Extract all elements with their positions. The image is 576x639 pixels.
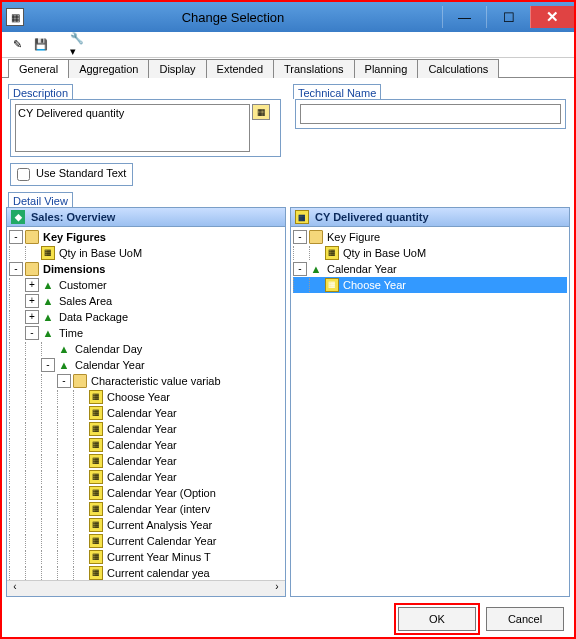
tree-expander[interactable]: -: [41, 358, 55, 372]
tree-node[interactable]: +▲Sales Area: [9, 293, 283, 309]
tree-node[interactable]: ▦Calendar Year: [9, 469, 283, 485]
green-icon: ▲: [41, 294, 55, 308]
tree-node[interactable]: ▦Qty in Base UoM: [293, 245, 567, 261]
tools-dropdown-icon[interactable]: 🔧▾: [70, 36, 88, 54]
left-tree[interactable]: -Key Figures▦Qty in Base UoM-Dimensions+…: [7, 227, 285, 580]
tree-node[interactable]: ▦Current Analysis Year: [9, 517, 283, 533]
tree-expander[interactable]: -: [25, 326, 39, 340]
minimize-button[interactable]: —: [442, 6, 486, 28]
ok-button[interactable]: OK: [398, 607, 476, 631]
tree-expander[interactable]: +: [25, 278, 39, 292]
technical-name-label: Technical Name: [293, 84, 381, 99]
tree-node[interactable]: -▲Calendar Year: [9, 357, 283, 373]
yellow-icon: ▦: [89, 390, 103, 404]
yellow-icon: ▦: [325, 278, 339, 292]
tree-node[interactable]: ▦Calendar Year: [9, 405, 283, 421]
green-icon: ▲: [309, 262, 323, 276]
tree-label: Qty in Base UoM: [341, 245, 428, 261]
description-label: Description: [8, 84, 73, 99]
tree-label: Current calendar yea: [105, 565, 212, 580]
green-icon: ▲: [57, 342, 71, 356]
yellow-icon: ▦: [89, 438, 103, 452]
toolbar: ✎ 💾 🔧▾: [2, 32, 574, 58]
right-panel: ▦ CY Delivered quantity -Key Figure▦Qty …: [290, 207, 570, 597]
tab-general[interactable]: General: [8, 59, 69, 78]
tab-aggregation[interactable]: Aggregation: [68, 59, 149, 78]
tree-label: Customer: [57, 277, 109, 293]
tree-node[interactable]: -Key Figure: [293, 229, 567, 245]
tree-node[interactable]: ▦Qty in Base UoM: [9, 245, 283, 261]
tab-calculations[interactable]: Calculations: [417, 59, 499, 78]
tree-expander[interactable]: -: [9, 262, 23, 276]
tree-label: Calendar Year: [73, 357, 147, 373]
cube-icon: ◆: [11, 210, 25, 224]
tree-label: Calendar Year: [105, 453, 179, 469]
tree-label: Data Package: [57, 309, 130, 325]
cancel-button[interactable]: Cancel: [486, 607, 564, 631]
tab-translations[interactable]: Translations: [273, 59, 355, 78]
tab-planning[interactable]: Planning: [354, 59, 419, 78]
tree-node[interactable]: +▲Data Package: [9, 309, 283, 325]
titlebar: ▦ Change Selection — ☐ ✕: [2, 2, 574, 32]
tree-node[interactable]: -▲Time: [9, 325, 283, 341]
tree-label: Dimensions: [41, 261, 107, 277]
yellow-icon: ▦: [89, 454, 103, 468]
tree-label: Calendar Year (Option: [105, 485, 218, 501]
tree-label: Calendar Year: [105, 437, 179, 453]
tab-display[interactable]: Display: [148, 59, 206, 78]
yellow-icon: ▦: [89, 502, 103, 516]
technical-name-input[interactable]: [300, 104, 561, 124]
tree-node[interactable]: ▦Choose Year: [9, 389, 283, 405]
tree-node[interactable]: ▦Current Calendar Year: [9, 533, 283, 549]
tree-label: Time: [57, 325, 85, 341]
tree-node[interactable]: ▦Current Year Minus T: [9, 549, 283, 565]
yellow-icon: ▦: [325, 246, 339, 260]
green-icon: ▲: [41, 310, 55, 324]
tree-label: Characteristic value variab: [89, 373, 223, 389]
tree-node[interactable]: ▦Calendar Year: [9, 421, 283, 437]
tree-label: Sales Area: [57, 293, 114, 309]
tree-expander[interactable]: -: [293, 230, 307, 244]
tree-node[interactable]: ▦Calendar Year: [9, 437, 283, 453]
tree-expander[interactable]: -: [57, 374, 71, 388]
tree-node[interactable]: -Key Figures: [9, 229, 283, 245]
edit-icon[interactable]: ✎: [8, 36, 26, 54]
tree-node[interactable]: ▦Calendar Year: [9, 453, 283, 469]
window-title: Change Selection: [24, 10, 442, 25]
folder-icon: [25, 262, 39, 276]
use-standard-text-input[interactable]: [17, 168, 30, 181]
tree-node[interactable]: -Dimensions: [9, 261, 283, 277]
tree-node[interactable]: -Characteristic value variab: [9, 373, 283, 389]
maximize-button[interactable]: ☐: [486, 6, 530, 28]
tree-node[interactable]: ▦Choose Year: [293, 277, 567, 293]
left-panel: ◆ Sales: Overview -Key Figures▦Qty in Ba…: [6, 207, 286, 597]
tree-node[interactable]: ▲Calendar Day: [9, 341, 283, 357]
tree-expander[interactable]: -: [293, 262, 307, 276]
tab-extended[interactable]: Extended: [206, 59, 274, 78]
desc-helper-button[interactable]: ▦: [252, 104, 270, 120]
description-textarea[interactable]: [15, 104, 250, 152]
tree-node[interactable]: ▦Current calendar yea: [9, 565, 283, 580]
green-icon: ▲: [41, 326, 55, 340]
tree-expander[interactable]: +: [25, 294, 39, 308]
use-standard-text-checkbox[interactable]: Use Standard Text: [10, 163, 133, 186]
tree-node[interactable]: ▦Calendar Year (Option: [9, 485, 283, 501]
tree-node[interactable]: -▲Calendar Year: [293, 261, 567, 277]
close-button[interactable]: ✕: [530, 6, 574, 28]
tab-strip: GeneralAggregationDisplayExtendedTransla…: [2, 58, 574, 78]
tree-label: Current Calendar Year: [105, 533, 218, 549]
yellow-icon: ▦: [89, 470, 103, 484]
tree-label: Calendar Year: [105, 469, 179, 485]
yellow-icon: ▦: [89, 406, 103, 420]
yellow-icon: ▦: [41, 246, 55, 260]
save-icon[interactable]: 💾: [32, 36, 50, 54]
left-scrollbar[interactable]: ‹›: [7, 580, 285, 596]
yellow-icon: ▦: [89, 422, 103, 436]
right-tree[interactable]: -Key Figure▦Qty in Base UoM-▲Calendar Ye…: [291, 227, 569, 596]
tree-expander[interactable]: +: [25, 310, 39, 324]
tree-expander[interactable]: -: [9, 230, 23, 244]
tree-node[interactable]: ▦Calendar Year (interv: [9, 501, 283, 517]
right-panel-header: ▦ CY Delivered quantity: [291, 208, 569, 227]
tree-node[interactable]: +▲Customer: [9, 277, 283, 293]
yellow-icon: ▦: [89, 534, 103, 548]
